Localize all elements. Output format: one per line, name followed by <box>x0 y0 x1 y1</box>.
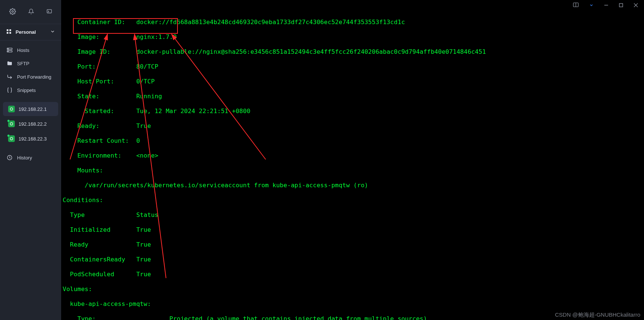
bell-icon[interactable] <box>28 9 34 16</box>
folder-icon <box>7 60 13 66</box>
nav-label: Snippets <box>17 88 36 93</box>
term-line: ContainersReady True <box>63 256 643 263</box>
workspace-label: Personal <box>16 29 36 35</box>
nav-label: Hosts <box>17 47 29 53</box>
nav-snippets[interactable]: Snippets <box>0 83 61 97</box>
nav-label: Port Forwarding <box>17 74 51 80</box>
term-line: Started: Tue, 12 Mar 2024 22:21:51 +0800 <box>63 108 643 115</box>
host-label: 192.168.22.1 <box>19 106 47 112</box>
watermark-text: CSDN @鲍海超-GNUBHCkalitarro <box>555 311 640 319</box>
forward-icon <box>7 74 13 80</box>
term-line: kube-api-access-pmqtw: <box>63 300 643 308</box>
svg-rect-2 <box>7 29 9 31</box>
term-line: Volumes: <box>63 286 643 293</box>
chevron-down-icon <box>50 29 55 35</box>
annotation-arrows <box>61 11 644 308</box>
svg-rect-4 <box>7 32 9 34</box>
host-label: 192.168.22.2 <box>19 121 47 127</box>
svg-rect-17 <box>620 4 623 7</box>
term-line: Ready: True <box>63 122 643 130</box>
workspace-icon <box>6 29 12 36</box>
workspace-selector[interactable]: Personal <box>0 24 61 40</box>
online-dot-icon <box>7 134 10 137</box>
nav-label: SFTP <box>17 61 29 66</box>
term-line: Image ID: docker-pullable://nginx@sha256… <box>63 48 643 56</box>
dropdown-icon[interactable] <box>588 1 595 10</box>
term-line: Type Status <box>63 211 643 219</box>
nav-sftp[interactable]: SFTP <box>0 57 61 70</box>
sidebar: Personal Hosts SFTP Port Forwarding <box>0 0 61 320</box>
term-line: Restart Count: 0 <box>63 137 643 145</box>
host-status-icon <box>8 121 15 127</box>
host-item-3[interactable]: 192.168.22.3 <box>3 132 58 146</box>
term-line: Image: nginx:1.7.9 <box>63 33 643 41</box>
history-icon <box>7 155 13 161</box>
svg-point-9 <box>8 51 8 52</box>
nav-list: Hosts SFTP Port Forwarding Snippets <box>0 40 61 100</box>
svg-point-0 <box>11 10 13 12</box>
term-line: Host Port: 0/TCP <box>63 78 643 85</box>
svg-rect-3 <box>9 29 11 31</box>
nav-hosts[interactable]: Hosts <box>0 43 61 57</box>
nav-history[interactable]: History <box>0 151 61 164</box>
svg-point-10 <box>10 108 13 110</box>
terminal-output[interactable]: Container ID: docker://fd668a8813e4b248c… <box>61 11 644 320</box>
term-line: Container ID: docker://fd668a8813e4b248c… <box>63 19 643 26</box>
braces-icon <box>7 87 13 93</box>
maximize-icon[interactable] <box>617 1 625 10</box>
nav-port-forwarding[interactable]: Port Forwarding <box>0 70 61 83</box>
term-line: Initialized True <box>63 226 643 234</box>
term-line: State: Running <box>63 93 643 100</box>
nav-label: History <box>17 155 32 161</box>
term-line: Environment: <none> <box>63 152 643 159</box>
main-area: Container ID: docker://fd668a8813e4b248c… <box>61 0 644 320</box>
host-status-icon <box>8 106 15 112</box>
host-item-1[interactable]: 192.168.22.1 <box>3 102 58 116</box>
split-pane-icon[interactable] <box>571 1 580 10</box>
online-dot-icon <box>7 119 10 122</box>
term-line: /var/run/secrets/kubernetes.io/serviceac… <box>63 182 643 189</box>
host-list: 192.168.22.1 192.168.22.2 192.168.22.3 <box>0 100 61 148</box>
svg-rect-5 <box>9 32 11 34</box>
close-icon[interactable] <box>632 1 640 10</box>
nav-list-bottom: History <box>0 148 61 167</box>
window-titlebar <box>61 0 644 11</box>
term-line: Port: 80/TCP <box>63 63 643 70</box>
host-status-icon <box>8 135 15 142</box>
terminal-icon[interactable] <box>46 9 52 16</box>
svg-point-11 <box>10 123 13 125</box>
term-line: Mounts: <box>63 167 643 174</box>
host-label: 192.168.22.3 <box>19 136 47 142</box>
term-line: Conditions: <box>63 197 643 204</box>
hosts-icon <box>7 47 13 53</box>
term-line: Ready True <box>63 241 643 248</box>
term-line: PodScheduled True <box>63 271 643 278</box>
svg-point-12 <box>10 138 13 140</box>
minimize-icon[interactable] <box>602 1 610 10</box>
svg-rect-1 <box>47 9 52 13</box>
settings-icon[interactable] <box>9 8 16 16</box>
sidebar-top-icons <box>0 0 61 24</box>
host-item-2[interactable]: 192.168.22.2 <box>3 117 58 131</box>
svg-point-8 <box>8 49 8 49</box>
